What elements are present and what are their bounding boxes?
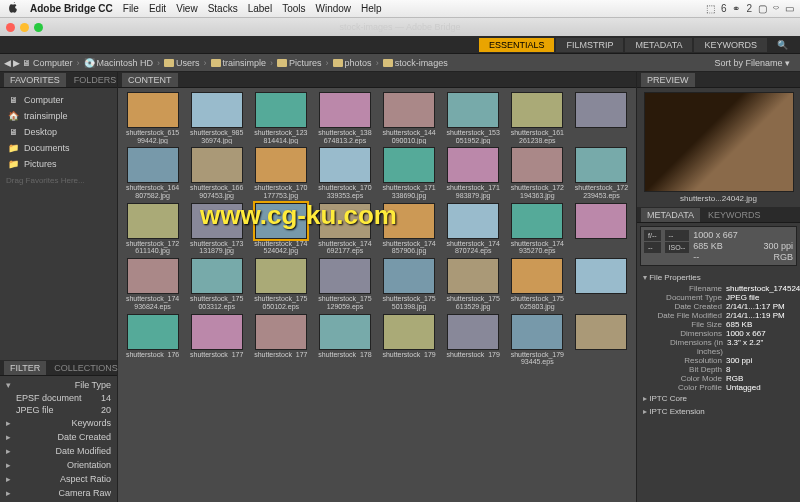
search-icon[interactable]: 🔍 bbox=[769, 40, 796, 50]
thumbnail[interactable] bbox=[571, 314, 632, 366]
crumb-stock[interactable]: stock-images bbox=[383, 58, 448, 68]
crumb-photos[interactable]: photos bbox=[333, 58, 372, 68]
menubar-icon[interactable]: ⬚ bbox=[706, 3, 715, 14]
wifi-icon[interactable]: ⌔ bbox=[773, 3, 779, 14]
thumbnail[interactable]: shutterstock_170 339353.eps bbox=[314, 147, 375, 199]
menu-view[interactable]: View bbox=[176, 3, 198, 14]
tab-preview[interactable]: PREVIEW bbox=[641, 73, 695, 87]
fav-home[interactable]: 🏠trainsimple bbox=[2, 108, 115, 124]
filter-keywords[interactable]: Keywords bbox=[2, 416, 115, 430]
thumbnail[interactable]: shutterstock_174 524042.jpg bbox=[250, 203, 311, 255]
thumbnail[interactable]: shutterstock_175 129059.eps bbox=[314, 258, 375, 310]
thumbnail[interactable]: shutterstock_166 907453.jpg bbox=[186, 147, 247, 199]
battery-icon[interactable]: ▭ bbox=[785, 3, 794, 14]
menu-tools[interactable]: Tools bbox=[282, 3, 305, 14]
thumbnail[interactable]: shutterstock_153 051952.jpg bbox=[443, 92, 504, 144]
thumbnail[interactable]: shutterstock_179 bbox=[379, 314, 440, 366]
preview-image[interactable] bbox=[644, 92, 794, 192]
thumbnail[interactable]: shutterstock_138 674813.2.eps bbox=[314, 92, 375, 144]
filter-filetype[interactable]: File Type bbox=[2, 378, 115, 392]
thumbnail[interactable]: shutterstock_177 bbox=[250, 314, 311, 366]
tab-essentials[interactable]: ESSENTIALS bbox=[479, 38, 555, 52]
airplay-icon[interactable]: ▢ bbox=[758, 3, 767, 14]
thumbnail[interactable]: shutterstock_175 003312.eps bbox=[186, 258, 247, 310]
iptc-core[interactable]: IPTC Core bbox=[641, 392, 796, 405]
crumb-pictures[interactable]: Pictures bbox=[277, 58, 322, 68]
filter-camraw[interactable]: Camera Raw bbox=[2, 486, 115, 500]
crumb-users[interactable]: Users bbox=[164, 58, 200, 68]
filter-jpeg[interactable]: JPEG file20 bbox=[2, 404, 115, 416]
thumbnail[interactable]: shutterstock_172 194363.jpg bbox=[507, 147, 568, 199]
thumbnail[interactable]: shutterstock_161 261238.eps bbox=[507, 92, 568, 144]
property-row: File Size685 KB bbox=[641, 320, 796, 329]
thumbnail[interactable]: shutterstock_170 177753.jpg bbox=[250, 147, 311, 199]
thumbnail[interactable]: shutterstock_177 bbox=[186, 314, 247, 366]
thumbnail[interactable]: shutterstock_164 807582.jpg bbox=[122, 147, 183, 199]
thumbnail[interactable]: shutterstock_175 625803.jpg bbox=[507, 258, 568, 310]
thumbnail[interactable] bbox=[571, 92, 632, 144]
thumbnail[interactable]: shutterstock_175 050102.eps bbox=[250, 258, 311, 310]
thumbnail[interactable]: shutterstock_144 090010.jpg bbox=[379, 92, 440, 144]
menu-label[interactable]: Label bbox=[248, 3, 272, 14]
thumbnail[interactable]: shutterstock_172 611140.jpg bbox=[122, 203, 183, 255]
thumbnail[interactable]: shutterstock_175 613529.jpg bbox=[443, 258, 504, 310]
traffic-lights[interactable] bbox=[6, 23, 43, 32]
thumbnail[interactable]: shutterstock_174 935270.eps bbox=[507, 203, 568, 255]
sort-dropdown[interactable]: Sort by Filename ▾ bbox=[714, 58, 796, 68]
tab-filmstrip[interactable]: FILMSTRIP bbox=[556, 38, 623, 52]
tab-keywords[interactable]: KEYWORDS bbox=[694, 38, 767, 52]
menu-help[interactable]: Help bbox=[361, 3, 382, 14]
fav-computer[interactable]: 🖥Computer bbox=[2, 92, 115, 108]
tab-collections[interactable]: COLLECTIONS bbox=[48, 361, 124, 375]
thumbnail[interactable]: shutterstock_174 936824.eps bbox=[122, 258, 183, 310]
thumbnail[interactable]: shutterstock_179 bbox=[443, 314, 504, 366]
nav-fwd-icon[interactable]: ▶ bbox=[13, 58, 20, 68]
filter-epsf[interactable]: EPSF document14 bbox=[2, 392, 115, 404]
menu-window[interactable]: Window bbox=[315, 3, 351, 14]
thumbnail[interactable]: shutterstock_171 338690.jpg bbox=[379, 147, 440, 199]
tab-content[interactable]: CONTENT bbox=[122, 73, 178, 87]
crumb-user[interactable]: trainsimple bbox=[211, 58, 267, 68]
filter-datecreated[interactable]: Date Created bbox=[2, 430, 115, 444]
tab-metadata2[interactable]: METADATA bbox=[641, 208, 700, 222]
thumbnail[interactable] bbox=[571, 203, 632, 255]
menu-stacks[interactable]: Stacks bbox=[208, 3, 238, 14]
thumbnail[interactable]: shutterstock_179 93445.eps bbox=[507, 314, 568, 366]
thumbnail[interactable]: shutterstock_172 239453.eps bbox=[571, 147, 632, 199]
crumb-computer[interactable]: 🖥 Computer bbox=[22, 58, 73, 68]
filter-datemod[interactable]: Date Modified bbox=[2, 444, 115, 458]
crumb-hd[interactable]: 💽 Macintosh HD bbox=[84, 58, 154, 68]
thumbnail[interactable]: shutterstock_174 857906.jpg bbox=[379, 203, 440, 255]
menubar-icon[interactable]: ⚭ bbox=[732, 3, 740, 14]
tab-keywords2[interactable]: KEYWORDS bbox=[702, 208, 767, 222]
nav-back-icon[interactable]: ◀ bbox=[4, 58, 11, 68]
thumbnail[interactable]: shutterstock_176 bbox=[122, 314, 183, 366]
tab-favorites[interactable]: FAVORITES bbox=[4, 73, 66, 87]
fav-desktop[interactable]: 🖥Desktop bbox=[2, 124, 115, 140]
thumbnail[interactable]: shutterstock_174 692177.eps bbox=[314, 203, 375, 255]
thumbnail[interactable]: shutterstock_615 99442.jpg bbox=[122, 92, 183, 144]
fav-pictures[interactable]: 📁Pictures bbox=[2, 156, 115, 172]
thumbnail[interactable]: shutterstock_174 870724.eps bbox=[443, 203, 504, 255]
app-name[interactable]: Adobe Bridge CC bbox=[30, 3, 113, 14]
menu-file[interactable]: File bbox=[123, 3, 139, 14]
tab-folders[interactable]: FOLDERS bbox=[68, 73, 123, 87]
filter-aspect[interactable]: Aspect Ratio bbox=[2, 472, 115, 486]
preview-label: shuttersto...24042.jpg bbox=[680, 194, 757, 203]
apple-icon[interactable] bbox=[6, 2, 20, 16]
filter-orientation[interactable]: Orientation bbox=[2, 458, 115, 472]
props-header[interactable]: File Properties bbox=[641, 271, 796, 284]
thumbnail[interactable]: shutterstock_173 131879.jpg bbox=[186, 203, 247, 255]
thumbnail[interactable]: shutterstock_123 814414.jpg bbox=[250, 92, 311, 144]
thumbnail[interactable] bbox=[571, 258, 632, 310]
thumbnail[interactable]: shutterstock_985 36974.jpg bbox=[186, 92, 247, 144]
iptc-ext[interactable]: IPTC Extension bbox=[641, 405, 796, 418]
thumbnail[interactable]: shutterstock_171 983879.jpg bbox=[443, 147, 504, 199]
fav-documents[interactable]: 📁Documents bbox=[2, 140, 115, 156]
thumbnail[interactable]: shutterstock_175 501398.jpg bbox=[379, 258, 440, 310]
menu-edit[interactable]: Edit bbox=[149, 3, 166, 14]
tab-filter[interactable]: FILTER bbox=[4, 361, 46, 375]
content-grid[interactable]: shutterstock_615 99442.jpgshutterstock_9… bbox=[118, 88, 636, 502]
thumbnail[interactable]: shutterstock_178 bbox=[314, 314, 375, 366]
tab-metadata[interactable]: METADATA bbox=[625, 38, 692, 52]
